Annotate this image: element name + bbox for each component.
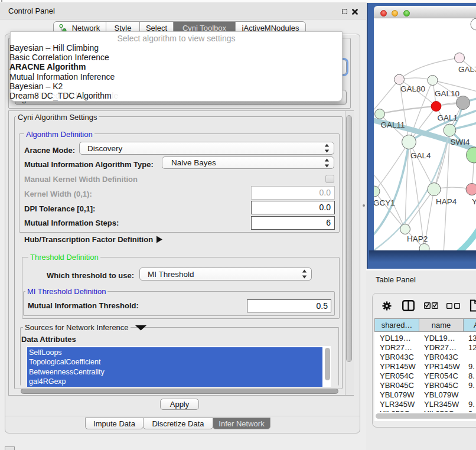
svg-text:GAL4: GAL4 [410, 151, 431, 160]
svg-text:GAL1: GAL1 [438, 113, 458, 122]
svg-text:GAL10: GAL10 [435, 89, 459, 98]
svg-text:HAP4: HAP4 [436, 197, 457, 206]
svg-text:HAP2: HAP2 [407, 234, 428, 243]
svg-text:GAL11: GAL11 [381, 120, 405, 129]
svg-text:GAL7: GAL7 [458, 65, 476, 74]
svg-text:GCY1: GCY1 [374, 198, 395, 207]
svg-text:SWI4: SWI4 [451, 138, 470, 146]
svg-text:GAL80: GAL80 [400, 84, 425, 93]
svg-text:YJ: YJ [472, 197, 476, 206]
